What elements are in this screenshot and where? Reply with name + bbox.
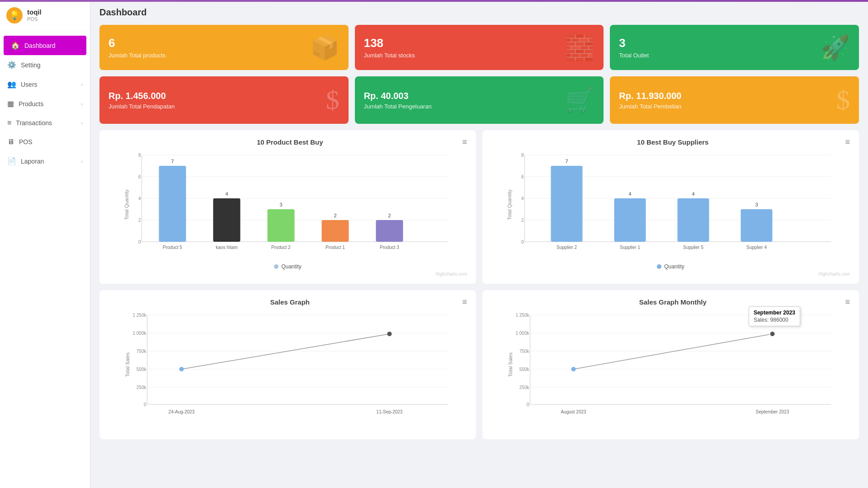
- card-total-pengeluaran-value: Rp. 40.003: [364, 91, 432, 101]
- chart-best-suppliers-credit: Highcharts.com: [491, 272, 850, 277]
- card-total-products-icon: 📦: [310, 34, 340, 61]
- svg-text:3: 3: [279, 202, 282, 207]
- chart-sales-monthly-svg: Total Sales 1 250k 1 000k 750k 500k 250k…: [491, 310, 850, 419]
- main-content: Dashboard 6 Jumlah Total products 📦 138 …: [90, 0, 868, 488]
- svg-text:Supplier 4: Supplier 4: [746, 245, 767, 250]
- svg-text:0: 0: [527, 402, 529, 407]
- tooltip-value: Sales: 986000: [754, 317, 795, 323]
- card-total-stocks-label: Jumlah Total stocks: [364, 52, 415, 59]
- svg-text:September 2023: September 2023: [756, 409, 789, 414]
- sidebar-item-pos[interactable]: 🖥 POS: [0, 132, 90, 151]
- svg-text:500k: 500k: [519, 367, 530, 372]
- svg-text:4: 4: [628, 191, 631, 197]
- svg-point-85: [770, 331, 775, 337]
- sidebar-item-transactions-label: Transactions: [16, 119, 52, 127]
- chart-sales-monthly-menu[interactable]: ≡: [845, 297, 850, 307]
- svg-text:4: 4: [521, 196, 524, 201]
- svg-text:6: 6: [138, 174, 141, 179]
- card-total-outlet-icon: 🚀: [821, 34, 850, 61]
- app-name: toqil: [27, 8, 42, 16]
- sidebar-item-laporan-label: Laporan: [21, 158, 44, 165]
- svg-text:Supplier 5: Supplier 5: [683, 245, 703, 250]
- chart-best-suppliers-menu[interactable]: ≡: [845, 137, 850, 147]
- card-total-pengeluaran-label: Jumlah Total Pengeluaran: [364, 103, 432, 110]
- svg-text:0: 0: [138, 239, 141, 244]
- card-total-pengeluaran: Rp. 40.003 Jumlah Total Pengeluaran 🛒: [355, 76, 604, 124]
- svg-text:4: 4: [225, 191, 228, 197]
- svg-rect-23: [376, 220, 403, 242]
- sidebar-nav: 🏠 Dashboard ⚙️ Setting 👥 Users ‹ ▦ Produ…: [0, 31, 90, 488]
- chart-sales-monthly: Sales Graph Monthly ≡ September 2023 Sal…: [482, 290, 859, 439]
- card-total-stocks-icon: 🧱: [565, 34, 594, 61]
- sidebar-item-users[interactable]: 👥 Users ‹: [0, 75, 90, 94]
- svg-line-83: [574, 334, 773, 369]
- svg-text:Product 1: Product 1: [326, 245, 345, 250]
- card-total-outlet-value: 3: [619, 36, 649, 50]
- sidebar-item-setting-label: Setting: [21, 61, 41, 69]
- card-total-pengeluaran-icon: 🛒: [565, 86, 594, 114]
- laporan-icon: 📄: [7, 157, 16, 165]
- transactions-icon: ≡: [7, 119, 11, 127]
- chart-sales-monthly-tooltip: September 2023 Sales: 986000: [749, 306, 800, 326]
- card-total-pendapatan-label: Jumlah Total Pendapatan: [108, 103, 175, 110]
- chart-best-buy-svg: Total Quantity 8 6 4 2 0 7 Product 5: [108, 150, 467, 259]
- card-total-products-value: 6: [108, 36, 165, 50]
- card-total-products: 6 Jumlah Total products 📦: [99, 25, 349, 70]
- svg-text:Total Quantity: Total Quantity: [124, 189, 129, 220]
- svg-rect-44: [678, 198, 709, 242]
- svg-text:24-Aug-2023: 24-Aug-2023: [169, 409, 195, 414]
- card-total-products-label: Jumlah Total products: [108, 52, 165, 59]
- svg-text:August 2023: August 2023: [561, 409, 586, 414]
- svg-text:8: 8: [521, 153, 524, 158]
- card-total-pendapatan-value: Rp. 1.456.000: [108, 91, 175, 101]
- charts-row-2: Sales Graph ≡ Total Sales 1 250k 1 000k …: [99, 290, 859, 439]
- svg-text:2: 2: [388, 213, 391, 218]
- svg-text:0: 0: [521, 239, 524, 244]
- card-total-pembelian-value: Rp. 11.930.000: [619, 91, 681, 101]
- chart-best-buy-title: 10 Product Best Buy: [118, 138, 462, 146]
- sidebar-item-dashboard[interactable]: 🏠 Dashboard: [4, 36, 86, 55]
- legend-dot-quantity: [274, 264, 278, 269]
- logo-icon: 💡: [6, 7, 23, 23]
- svg-text:1 000k: 1 000k: [132, 331, 146, 336]
- svg-text:8: 8: [138, 153, 141, 158]
- chart-best-suppliers-legend: Quantity: [491, 263, 850, 270]
- cards-row-1: 6 Jumlah Total products 📦 138 Jumlah Tot…: [99, 25, 859, 70]
- sidebar-item-laporan[interactable]: 📄 Laporan ‹: [0, 151, 90, 171]
- svg-rect-41: [614, 198, 646, 242]
- charts-row-1: 10 Product Best Buy ≡ Total Quantity 8 6…: [99, 130, 859, 284]
- svg-point-65: [179, 367, 184, 371]
- svg-text:750k: 750k: [519, 349, 530, 354]
- svg-point-84: [571, 367, 576, 371]
- chart-sales-menu[interactable]: ≡: [462, 297, 467, 307]
- svg-text:2: 2: [521, 218, 524, 223]
- sidebar-item-transactions[interactable]: ≡ Transactions ‹: [0, 113, 90, 132]
- svg-text:6: 6: [521, 174, 524, 179]
- card-total-pembelian-icon: $: [836, 84, 850, 116]
- svg-text:1 250k: 1 250k: [132, 313, 146, 318]
- svg-text:1 000k: 1 000k: [515, 331, 529, 336]
- cards-row-2: Rp. 1.456.000 Jumlah Total Pendapatan $ …: [99, 76, 859, 124]
- chart-best-buy-menu[interactable]: ≡: [462, 137, 467, 147]
- products-chevron-icon: ‹: [81, 101, 83, 107]
- card-total-pembelian-label: Jumlah Total Pembelian: [619, 103, 681, 110]
- chart-best-suppliers-title: 10 Best Buy Suppliers: [500, 138, 845, 146]
- chart-best-buy-legend: Quantity: [108, 263, 467, 270]
- sidebar-item-products[interactable]: ▦ Products ‹: [0, 94, 90, 113]
- card-total-stocks: 138 Jumlah Total stocks 🧱: [355, 25, 604, 70]
- laporan-chevron-icon: ‹: [81, 159, 83, 164]
- sidebar-item-users-label: Users: [21, 81, 38, 88]
- pos-icon: 🖥: [7, 138, 14, 146]
- sidebar-item-setting[interactable]: ⚙️ Setting: [0, 55, 90, 75]
- svg-line-64: [182, 334, 390, 369]
- svg-text:2: 2: [334, 213, 336, 218]
- svg-text:Supplier 2: Supplier 2: [557, 245, 577, 250]
- svg-text:Total Quantity: Total Quantity: [507, 189, 512, 220]
- svg-rect-17: [268, 209, 295, 242]
- chart-sales-monthly-title: Sales Graph Monthly: [500, 298, 845, 306]
- svg-text:Supplier 1: Supplier 1: [620, 245, 640, 250]
- svg-rect-38: [551, 166, 583, 242]
- legend-quantity-label: Quantity: [281, 263, 302, 270]
- card-total-stocks-value: 138: [364, 36, 415, 50]
- svg-text:Total Sales: Total Sales: [508, 352, 513, 377]
